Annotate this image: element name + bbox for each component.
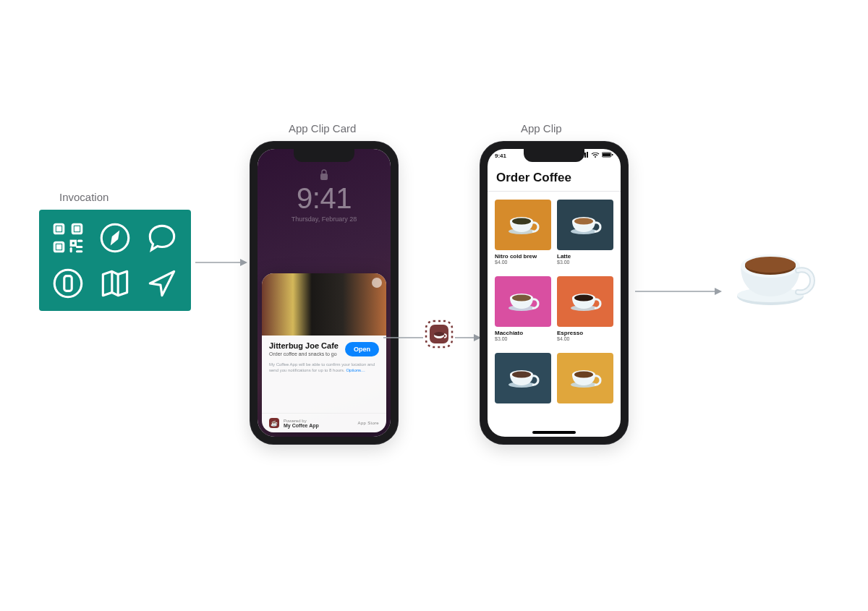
svg-rect-33	[612, 154, 613, 155]
home-indicator	[532, 431, 576, 434]
svg-rect-32	[603, 153, 610, 156]
lockscreen-time: 9:41	[258, 182, 391, 215]
location-arrow-icon	[144, 265, 180, 302]
menu-item-name: Espresso	[557, 330, 613, 336]
open-button[interactable]: Open	[345, 342, 379, 356]
appclip-hero-image	[262, 273, 386, 336]
menu-item-name: Macchiato	[495, 330, 551, 336]
appclip-title: Jitterbug Joe Cafe	[269, 341, 339, 350]
svg-rect-29	[587, 152, 588, 158]
svg-rect-14	[64, 275, 71, 291]
menu-item[interactable]	[557, 353, 613, 424]
svg-rect-4	[75, 227, 78, 230]
phone-appclipcard: 9:41 Thursday, February 28 Jitterbug Joe…	[250, 142, 398, 444]
lockscreen-date: Thursday, February 28	[258, 215, 391, 223]
svg-point-39	[574, 218, 593, 225]
menu-item-price: $4.00	[495, 260, 551, 265]
appclip-fineprint: My Coffee App will be able to confirm yo…	[262, 361, 386, 380]
svg-point-51	[574, 372, 593, 378]
menu-tile	[557, 276, 613, 327]
svg-marker-53	[715, 288, 722, 295]
arrow-1	[195, 257, 247, 259]
svg-marker-18	[240, 259, 247, 266]
appstore-label: App Store	[358, 421, 379, 425]
svg-point-42	[512, 295, 531, 302]
svg-marker-12	[111, 230, 120, 245]
chat-bubble-icon	[144, 220, 180, 256]
svg-point-30	[595, 156, 596, 158]
compass-icon	[97, 220, 133, 256]
menu-tile	[495, 276, 551, 327]
app-name: My Coffee App	[284, 423, 319, 428]
app-icon: ☕	[269, 418, 279, 428]
svg-point-45	[574, 295, 593, 302]
svg-rect-3	[57, 227, 60, 230]
menu-tile	[495, 353, 551, 403]
svg-rect-5	[57, 245, 60, 248]
appclip-card-sheet: Jitterbug Joe Cafe Order coffee and snac…	[262, 273, 386, 432]
menu-tile	[557, 353, 613, 403]
lock-icon	[320, 169, 328, 181]
map-icon	[97, 265, 133, 302]
appclipcard-label: App Clip Card	[289, 122, 356, 134]
menu-item-price: $3.00	[495, 336, 551, 341]
menu-item-name: Latte	[557, 253, 613, 260]
menu-item-name: Nitro cold brew	[495, 253, 551, 260]
wifi-icon	[591, 152, 600, 159]
invocation-panel	[39, 210, 191, 311]
options-link[interactable]: Options…	[346, 368, 365, 372]
menu-item[interactable]: Espresso$4.00	[557, 276, 613, 347]
svg-point-25	[434, 332, 444, 336]
menu-tile	[495, 200, 551, 250]
menu-tile	[557, 200, 613, 250]
menu-item[interactable]: Nitro cold brew$4.00	[495, 200, 551, 270]
coffee-cup-icon	[731, 239, 817, 311]
phone-appclip: 9:41 Order Coffee Nitro cold brew$4.00La…	[480, 142, 628, 444]
menu-item-price: $4.00	[557, 336, 613, 341]
nfc-tag-icon	[50, 265, 86, 302]
appclip-subtitle: Order coffee and snacks to go	[269, 351, 339, 356]
invocation-label: Invocation	[59, 191, 109, 203]
appclip-label: App Clip	[521, 122, 562, 134]
menu-item-price: $3.00	[557, 260, 613, 265]
menu-item[interactable]: Macchiato$3.00	[495, 276, 551, 347]
svg-point-58	[745, 257, 796, 273]
statusbar-time: 9:41	[495, 153, 506, 159]
svg-point-36	[512, 218, 531, 225]
qr-code-icon	[50, 220, 86, 256]
svg-point-48	[512, 372, 531, 378]
battery-icon	[602, 152, 613, 159]
svg-rect-6	[71, 241, 75, 245]
svg-rect-28	[584, 153, 586, 158]
menu-item[interactable]: Latte$3.00	[557, 200, 613, 270]
notch	[524, 149, 584, 162]
notch	[294, 149, 354, 162]
arrow-3	[635, 286, 722, 288]
svg-point-13	[54, 270, 82, 297]
menu-grid: Nitro cold brew$4.00Latte$3.00Macchiato$…	[488, 192, 621, 437]
appclip-badge-icon	[423, 318, 455, 350]
menu-item[interactable]	[495, 353, 551, 424]
svg-rect-19	[320, 174, 328, 180]
order-coffee-title: Order Coffee	[488, 168, 621, 192]
